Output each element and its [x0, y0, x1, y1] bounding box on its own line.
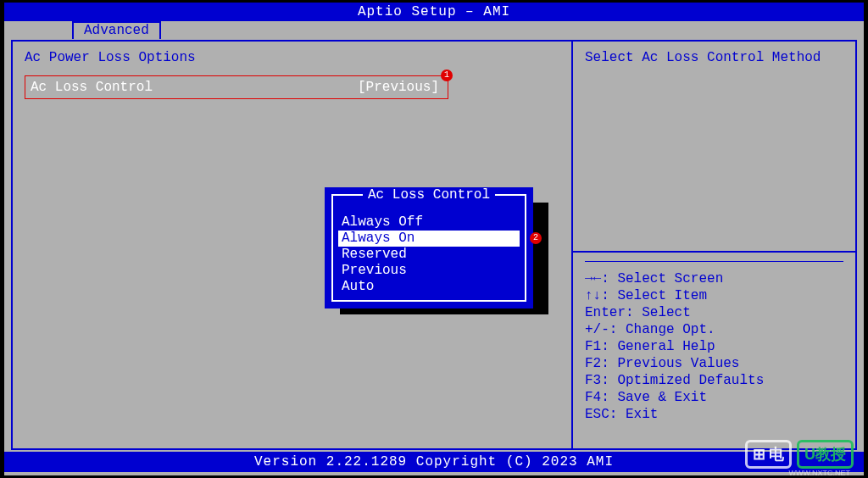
popup-option-reserved[interactable]: Reserved: [333, 247, 525, 263]
key-help-line: F1: General Help: [585, 338, 843, 355]
annotation-badge-1: 1: [441, 69, 453, 81]
popup-option-always-off[interactable]: Always Off: [333, 214, 525, 231]
key-help-line: →←: Select Screen: [585, 270, 843, 287]
window-icon: ⊞: [753, 445, 765, 464]
section-title: Ac Power Loss Options: [25, 50, 559, 65]
key-help: →←: Select Screen ↑↓: Select Item Enter:…: [585, 261, 843, 423]
key-help-line: F3: Optimized Defaults: [585, 372, 843, 389]
watermark-logo-b: U教授: [797, 440, 854, 469]
setting-label: Ac Loss Control: [31, 80, 358, 95]
key-help-line: +/-: Change Opt.: [585, 321, 843, 338]
popup-option-previous[interactable]: Previous: [333, 263, 525, 279]
popup-ac-loss-control: Ac Loss Control Always Off Always On 2 R…: [325, 187, 533, 308]
key-help-line: ESC: Exit: [585, 406, 843, 423]
tab-advanced[interactable]: Advanced: [72, 21, 161, 39]
key-help-line: ↑↓: Select Item: [585, 287, 843, 304]
popup-title: Ac Loss Control: [363, 187, 495, 203]
watermark-url: WWW.NXTC.NET: [789, 469, 851, 477]
popup-option-label: Always On: [342, 231, 415, 246]
help-panel: Select Ac Loss Control Method →←: Select…: [571, 42, 855, 448]
bios-title: Aptio Setup – AMI: [4, 3, 864, 21]
key-help-line: F2: Previous Values: [585, 355, 843, 372]
key-help-line: Enter: Select: [585, 304, 843, 321]
popup-option-always-on[interactable]: Always On 2: [338, 231, 520, 247]
setting-ac-loss-control[interactable]: Ac Loss Control [Previous] 1: [25, 75, 448, 99]
setting-value: [Previous]: [358, 80, 442, 95]
footer-version: Version 2.22.1289 Copyright (C) 2023 AMI: [4, 452, 864, 472]
popup-option-auto[interactable]: Auto: [333, 279, 525, 295]
watermark-logo-a: ⊞ 电: [745, 440, 792, 469]
annotation-badge-2: 2: [530, 232, 542, 244]
tab-row: Advanced: [4, 21, 864, 40]
help-description: Select Ac Loss Control Method: [585, 50, 843, 65]
key-help-line: F4: Save & Exit: [585, 389, 843, 406]
watermark: ⊞ 电 U教授: [745, 440, 854, 469]
bios-screen: Aptio Setup – AMI Advanced Ac Power Loss…: [3, 2, 865, 476]
